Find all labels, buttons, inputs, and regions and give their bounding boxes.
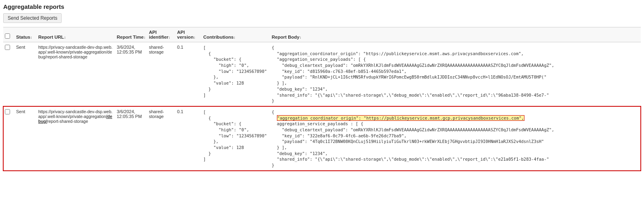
row-body: { "aggregation_coordinator_origin": "htt… bbox=[270, 42, 641, 107]
row-contributions: [ { "bucket": { "high": "0", "low": "123… bbox=[202, 42, 270, 107]
sort-arrow-contrib: ↕ bbox=[233, 35, 235, 39]
row-checkbox[interactable] bbox=[5, 45, 10, 50]
sort-arrow-url: ↕ bbox=[64, 35, 66, 39]
row-checkbox-cell bbox=[3, 106, 14, 171]
row-checkbox-cell bbox=[3, 42, 14, 107]
sort-arrow-status: ↕ bbox=[30, 35, 32, 39]
row-body: { "aggregation_coordinator_origin": "htt… bbox=[270, 106, 641, 171]
sort-arrow-apiver: ↕ bbox=[194, 35, 196, 39]
table-header-row: Status↕ Report URL↕ Report Time↕ API ide… bbox=[3, 27, 641, 42]
row-url: https://privacy-sandcastle-dev-dsp.web.a… bbox=[37, 106, 115, 171]
row-status: Sent bbox=[14, 106, 37, 171]
page-title: Aggregatable reports bbox=[3, 3, 641, 10]
select-all-checkbox[interactable] bbox=[5, 33, 10, 39]
col-header-time[interactable]: Report Time↕ bbox=[115, 27, 147, 42]
col-header-url[interactable]: Report URL↕ bbox=[37, 27, 115, 42]
table-row: Senthttps://privacy-sandcastle-dev-dsp.w… bbox=[3, 106, 641, 171]
col-header-check bbox=[3, 27, 14, 42]
row-api-identifier: shared-storage bbox=[147, 42, 175, 107]
row-api-version: 0.1 bbox=[175, 106, 202, 171]
row-status: Sent bbox=[14, 42, 37, 107]
sort-arrow-body: ↕ bbox=[299, 35, 301, 39]
col-header-apiver[interactable]: API version↕ bbox=[175, 27, 202, 42]
sort-arrow-apiid: ↕ bbox=[169, 35, 171, 39]
col-header-status[interactable]: Status↕ bbox=[14, 27, 37, 42]
row-api-version: 0.1 bbox=[175, 42, 202, 107]
col-header-body[interactable]: Report Body↕ bbox=[270, 27, 641, 42]
sort-arrow-time: ↕ bbox=[144, 35, 146, 39]
row-contributions: [ { "bucket": { "high": "0", "low": "123… bbox=[202, 106, 270, 171]
send-selected-reports-button[interactable]: Send Selected Reports bbox=[3, 13, 62, 23]
row-url: https://privacy-sandcastle-dev-dsp.web.a… bbox=[37, 42, 115, 107]
row-checkbox[interactable] bbox=[5, 109, 10, 114]
row-time: 3/6/2024, 12:05:35 PM bbox=[115, 106, 147, 171]
table-row: Senthttps://privacy-sandcastle-dev-dsp.w… bbox=[3, 42, 641, 107]
col-header-contrib[interactable]: Contributions↕ bbox=[202, 27, 270, 42]
col-header-apiid[interactable]: API identifier↕ bbox=[147, 27, 175, 42]
row-api-identifier: shared-storage bbox=[147, 106, 175, 171]
row-time: 3/6/2024, 12:05:35 PM bbox=[115, 42, 147, 107]
